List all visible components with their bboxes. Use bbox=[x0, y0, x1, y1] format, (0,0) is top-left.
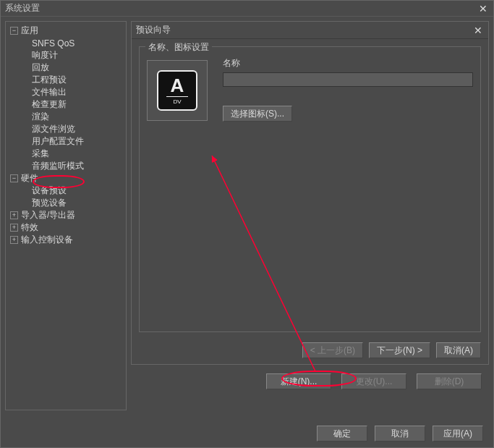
tree-leaf-device-preset[interactable]: 设备预设 bbox=[7, 185, 124, 197]
tree-node-importer[interactable]: + 导入器/导出器 bbox=[7, 209, 124, 221]
new-button[interactable]: 新建(N)... bbox=[266, 373, 331, 389]
minus-icon[interactable]: − bbox=[10, 174, 18, 182]
name-input[interactable] bbox=[223, 72, 473, 87]
icon-preview: A DV bbox=[147, 60, 208, 121]
tree-label: 硬件 bbox=[21, 172, 38, 185]
tree-label: 采集 bbox=[32, 148, 49, 160]
tree-node-fx[interactable]: + 特效 bbox=[7, 221, 124, 234]
plus-icon[interactable]: + bbox=[10, 224, 18, 232]
tree-label: 预览设备 bbox=[32, 197, 67, 209]
tree-leaf[interactable]: 响度计 bbox=[7, 49, 124, 62]
tree-panel[interactable]: − 应用 SNFS QoS响度计回放工程预设文件输出检查更新渲染源文件浏览用户配… bbox=[5, 21, 127, 410]
tree-label: 设备预设 bbox=[32, 185, 67, 197]
tree-label: 输入控制设备 bbox=[21, 234, 73, 246]
preset-icon: A DV bbox=[157, 70, 197, 111]
minus-icon[interactable]: − bbox=[10, 27, 18, 35]
tree-leaf[interactable]: 采集 bbox=[7, 148, 124, 160]
tree-label: 渲染 bbox=[32, 111, 49, 123]
name-label: 名称 bbox=[223, 57, 473, 69]
system-settings-window: 系统设置 ✕ − 应用 SNFS QoS响度计回放工程预设文件输出检查更新渲染源… bbox=[0, 0, 494, 448]
select-icon-button[interactable]: 选择图标(S)... bbox=[223, 106, 292, 122]
close-icon[interactable]: ✕ bbox=[477, 3, 489, 14]
close-icon[interactable]: ✕ bbox=[472, 25, 484, 36]
wizard-content: 名称、图标设置 A DV 名称 选择图标(S)... bbox=[132, 39, 488, 332]
apply-button[interactable]: 应用(A) bbox=[433, 426, 483, 441]
group-name-icon: 名称、图标设置 A DV 名称 选择图标(S)... bbox=[139, 46, 481, 332]
tree-label: 音频监听模式 bbox=[32, 160, 84, 172]
tree-label: 检查更新 bbox=[32, 98, 67, 111]
wizard-cancel-button[interactable]: 取消(A) bbox=[436, 342, 481, 358]
wizard-title-text: 预设向导 bbox=[136, 24, 171, 36]
wizard-footer: < 上一步(B) 下一步(N) > 取消(A) bbox=[302, 342, 481, 358]
tree-leaf[interactable]: 渲染 bbox=[7, 111, 124, 123]
delete-button: 删除(D) bbox=[417, 373, 482, 389]
tree-label: SNFS QoS bbox=[32, 38, 74, 48]
tree-leaf[interactable]: 用户配置文件 bbox=[7, 135, 124, 148]
tree-leaf[interactable]: 检查更新 bbox=[7, 98, 124, 111]
tree-leaf[interactable]: 回放 bbox=[7, 62, 124, 74]
tree-leaf[interactable]: 预览设备 bbox=[7, 197, 124, 209]
icon-caption: DV bbox=[166, 96, 188, 105]
titlebar: 系统设置 ✕ bbox=[1, 1, 493, 17]
icon-letter: A bbox=[171, 76, 184, 95]
tree-label: 导入器/导出器 bbox=[21, 209, 75, 221]
tree-leaf[interactable]: SNFS QoS bbox=[7, 37, 124, 49]
plus-icon[interactable]: + bbox=[10, 236, 18, 244]
tree-node-inputctl[interactable]: + 输入控制设备 bbox=[7, 234, 124, 246]
tree-leaf[interactable]: 工程预设 bbox=[7, 74, 124, 86]
tree-label: 用户配置文件 bbox=[32, 135, 84, 148]
plus-icon[interactable]: + bbox=[10, 211, 18, 219]
tree-node-app[interactable]: − 应用 bbox=[7, 25, 124, 37]
tree-label: 响度计 bbox=[32, 49, 58, 62]
tree-leaf[interactable]: 音频监听模式 bbox=[7, 160, 124, 172]
wizard-box: 预设向导 ✕ 名称、图标设置 A DV 名称 bbox=[131, 21, 489, 365]
preset-crud-buttons: 新建(N)... 更改(U)... 删除(D) bbox=[266, 373, 482, 389]
dialog-buttons: 确定 取消 应用(A) bbox=[317, 426, 483, 441]
cancel-button[interactable]: 取消 bbox=[375, 426, 425, 441]
tree-label: 文件输出 bbox=[32, 86, 67, 98]
ok-button[interactable]: 确定 bbox=[317, 426, 367, 441]
tree-node-hardware[interactable]: − 硬件 bbox=[7, 172, 124, 185]
right-panel: 预设向导 ✕ 名称、图标设置 A DV 名称 bbox=[131, 21, 489, 410]
form-right: 名称 选择图标(S)... bbox=[223, 57, 473, 122]
tree-leaf[interactable]: 源文件浏览 bbox=[7, 123, 124, 135]
prev-button: < 上一步(B) bbox=[302, 342, 363, 358]
wizard-titlebar: 预设向导 ✕ bbox=[132, 22, 488, 39]
group-legend: 名称、图标设置 bbox=[145, 41, 212, 54]
tree-label: 回放 bbox=[32, 62, 49, 74]
tree-leaf[interactable]: 文件输出 bbox=[7, 86, 124, 98]
tree-label: 应用 bbox=[21, 25, 38, 37]
tree-label: 特效 bbox=[21, 221, 38, 234]
tree-label: 源文件浏览 bbox=[32, 123, 75, 135]
change-button: 更改(U)... bbox=[341, 373, 406, 389]
body-area: − 应用 SNFS QoS响度计回放工程预设文件输出检查更新渲染源文件浏览用户配… bbox=[1, 17, 493, 415]
next-button[interactable]: 下一步(N) > bbox=[369, 342, 430, 358]
tree-label: 工程预设 bbox=[32, 74, 67, 86]
window-title: 系统设置 bbox=[5, 2, 40, 14]
